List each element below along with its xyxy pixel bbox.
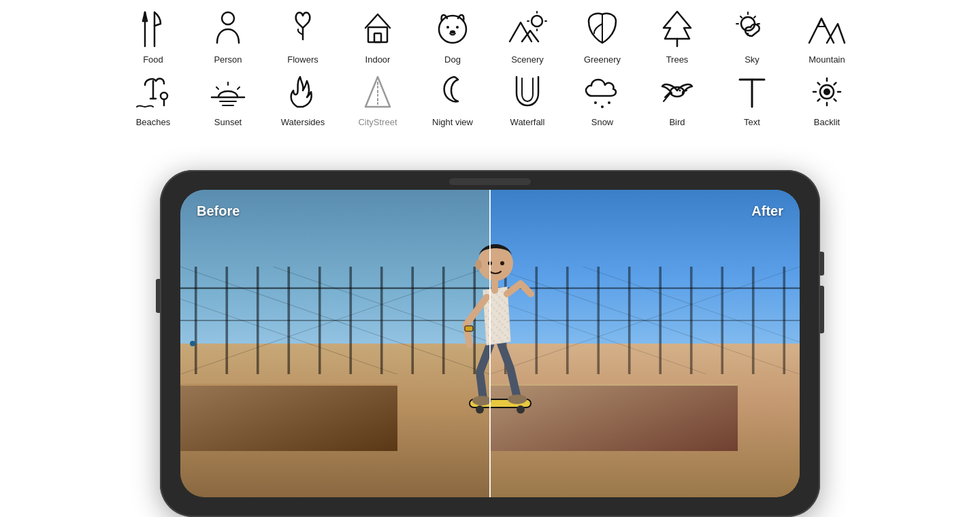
- watersides-label: Watersides: [281, 117, 325, 128]
- beaches-label: Beaches: [136, 117, 171, 128]
- svg-point-90: [476, 405, 484, 414]
- flowers-label: Flowers: [287, 54, 318, 65]
- icon-item-watersides: Watersides: [265, 68, 340, 128]
- svg-point-5: [222, 12, 234, 24]
- person-label: Person: [214, 54, 242, 65]
- citystreet-icon: [357, 68, 398, 116]
- food-label: Food: [143, 54, 163, 65]
- icon-item-food: Food: [116, 5, 191, 65]
- icon-row-1: Food Person Flowers: [116, 5, 864, 65]
- icon-item-trees: Trees: [640, 5, 715, 65]
- icon-item-snow: Snow: [565, 68, 640, 128]
- before-after-divider: [489, 190, 491, 497]
- svg-rect-6: [368, 27, 387, 42]
- mountain-icon: [806, 5, 847, 53]
- trees-label: Trees: [666, 54, 689, 65]
- icon-row-2: Beaches: [116, 68, 864, 128]
- svg-line-31: [216, 87, 218, 89]
- power-button: [820, 252, 824, 276]
- svg-point-9: [446, 26, 449, 29]
- svg-point-41: [601, 105, 604, 108]
- greenery-label: Greenery: [584, 54, 621, 65]
- icon-item-text: Text: [715, 68, 789, 128]
- dog-label: Dog: [444, 54, 461, 65]
- mountain-label: Mountain: [808, 54, 845, 65]
- phone-mockup: Before After: [160, 170, 820, 517]
- icons-area: Food Person Flowers: [0, 0, 980, 130]
- icon-item-beaches: Beaches: [116, 68, 191, 128]
- icon-item-greenery: Greenery: [565, 5, 640, 65]
- svg-rect-103: [465, 326, 473, 331]
- bird-icon: [657, 68, 698, 116]
- icon-item-sky: Sky: [715, 5, 789, 65]
- phone-outer: Before After: [160, 170, 820, 517]
- phone-top-bar: [449, 178, 531, 185]
- svg-line-25: [754, 16, 755, 18]
- beaches-icon: [133, 68, 174, 116]
- svg-point-11: [450, 31, 455, 34]
- sky-icon: [732, 5, 772, 53]
- svg-point-10: [456, 26, 459, 29]
- icon-item-backlit: Backlit: [789, 68, 864, 128]
- svg-point-44: [679, 89, 681, 91]
- svg-point-48: [823, 88, 830, 95]
- svg-point-93: [508, 395, 527, 404]
- citystreet-label: CityStreet: [358, 117, 397, 128]
- svg-point-40: [594, 101, 597, 104]
- indoor-label: Indoor: [365, 54, 391, 65]
- trees-icon: [657, 5, 698, 53]
- svg-line-54: [834, 99, 836, 101]
- bixby-button: [820, 286, 824, 333]
- nightview-label: Night view: [432, 117, 473, 128]
- svg-point-8: [439, 16, 466, 43]
- svg-point-12: [532, 16, 542, 27]
- icon-item-waterfall: Waterfall: [490, 68, 565, 128]
- svg-point-42: [608, 101, 610, 104]
- greenery-icon: [582, 5, 623, 53]
- scenery-label: Scenery: [511, 54, 544, 65]
- snow-label: Snow: [591, 117, 614, 128]
- dog-icon: [432, 5, 473, 53]
- person-icon: [208, 5, 248, 53]
- svg-point-101: [500, 261, 504, 265]
- svg-line-32: [238, 87, 240, 89]
- volume-button: [156, 279, 160, 313]
- camera-dot: [190, 341, 195, 346]
- food-icon: [133, 5, 174, 53]
- icon-item-mountain: Mountain: [789, 5, 864, 65]
- bird-label: Bird: [669, 117, 685, 128]
- after-label: After: [751, 203, 783, 219]
- icon-item-sunset: Sunset: [191, 68, 265, 128]
- ramp-before: [180, 384, 397, 451]
- icon-item-nightview: Night view: [415, 68, 490, 128]
- nightview-icon: [432, 68, 473, 116]
- icon-item-indoor: Indoor: [340, 5, 415, 65]
- flowers-icon: [282, 5, 323, 53]
- waterfall-label: Waterfall: [510, 117, 545, 128]
- icon-item-citystreet: CityStreet: [340, 68, 415, 128]
- before-label: Before: [197, 203, 240, 219]
- svg-line-24: [740, 16, 742, 18]
- icon-item-flowers: Flowers: [265, 5, 340, 65]
- text-icon: [732, 68, 772, 116]
- phone-screen: Before After: [180, 190, 800, 497]
- svg-point-19: [741, 17, 755, 31]
- waterfall-icon: [507, 68, 548, 116]
- svg-line-53: [818, 82, 820, 84]
- icon-item-bird: Bird: [640, 68, 715, 128]
- svg-point-91: [517, 405, 525, 414]
- svg-line-55: [834, 82, 836, 84]
- sunset-label: Sunset: [214, 117, 242, 128]
- svg-rect-7: [374, 33, 381, 42]
- snow-icon: [582, 68, 623, 116]
- text-label: Text: [744, 117, 760, 128]
- svg-point-27: [161, 93, 167, 99]
- svg-point-102: [475, 260, 482, 269]
- indoor-icon: [357, 5, 398, 53]
- sunset-icon: [208, 68, 248, 116]
- sky-label: Sky: [745, 54, 760, 65]
- icon-item-person: Person: [191, 5, 265, 65]
- icon-item-scenery: Scenery: [490, 5, 565, 65]
- svg-line-56: [818, 99, 820, 101]
- icon-item-dog: Dog: [415, 5, 490, 65]
